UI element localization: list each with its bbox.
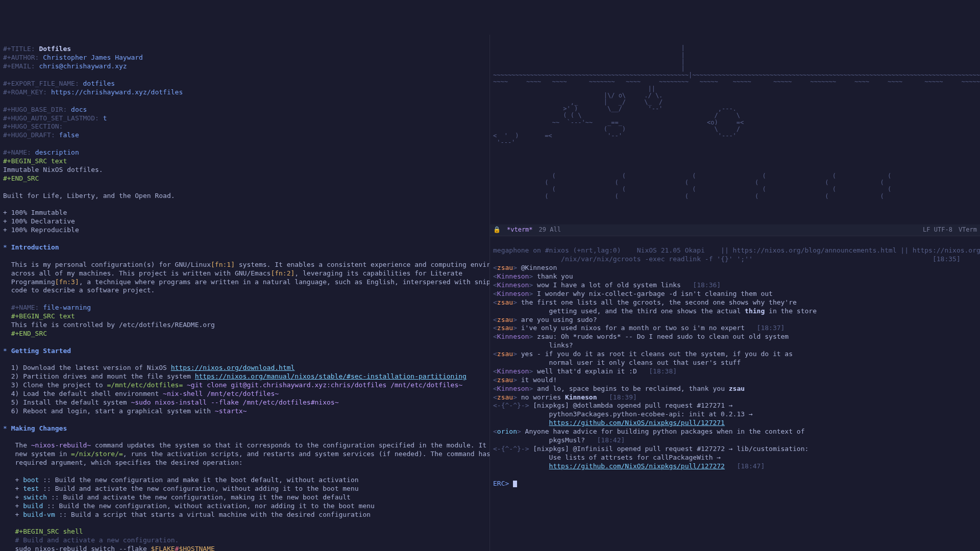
heading-getting-started[interactable]: Getting Started xyxy=(11,347,71,355)
irc-log: <zsau> @Kinneson <Kinneson> thank you <K… xyxy=(493,264,977,470)
link-nixos-partitioning[interactable]: https://nixos.org/manual/nixos/stable/#s… xyxy=(195,372,467,380)
org-kw-title: #+TITLE: xyxy=(3,45,35,53)
org-title: Dotfiles xyxy=(39,45,71,53)
footnote-1[interactable]: [fn:1] xyxy=(211,261,235,268)
heading-making-changes[interactable]: Making Changes xyxy=(11,424,67,432)
irc-link[interactable]: https://github.com/NixOS/nixpkgs/pull/12… xyxy=(549,462,725,470)
erc-prompt: ERC> xyxy=(493,480,509,487)
modeline-pos: 29 All xyxy=(539,226,561,234)
org-buffer[interactable]: #+TITLE: Dotfiles #+AUTHOR: Christopher … xyxy=(0,35,490,551)
footnote-2[interactable]: [fn:2] xyxy=(271,269,295,277)
lock-icon: 🔒 xyxy=(493,226,501,234)
modeline-buffer: *vterm* xyxy=(507,226,533,234)
heading-intro[interactable]: Introduction xyxy=(11,243,59,251)
link-nixos-download[interactable]: https://nixos.org/download.html xyxy=(171,364,295,371)
cursor[interactable] xyxy=(513,481,517,487)
modeline-major: VTerm xyxy=(959,226,977,234)
modeline-encoding: LF UTF-8 xyxy=(923,226,952,234)
irc-topic: megaphone on #nixos (+nrt,lag:0) NixOS 2… xyxy=(493,246,980,254)
ascii-art: | | | | ~~~~~~~~~~~~~~~~~~~~~~~~~~~~~~~~… xyxy=(493,45,977,199)
modeline-vterm: 🔒 *vterm* 29 All LF UTF-8 VTerm xyxy=(490,224,980,236)
vterm-buffer[interactable]: | | | | ~~~~~~~~~~~~~~~~~~~~~~~~~~~~~~~~… xyxy=(490,35,980,236)
footnote-3[interactable]: [fn:3] xyxy=(55,278,79,286)
irc-link[interactable]: https://github.com/NixOS/nixpkgs/pull/12… xyxy=(549,419,725,427)
erc-buffer[interactable]: megaphone on #nixos (+nrt,lag:0) NixOS 2… xyxy=(490,236,980,551)
